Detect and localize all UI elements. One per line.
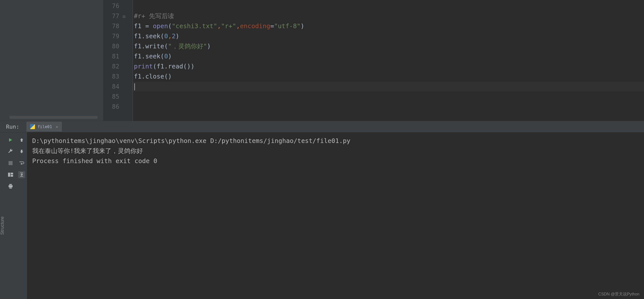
line-number: 76	[103, 1, 127, 11]
line-number: 79	[103, 31, 127, 41]
code-line[interactable]: f1.write("，灵鸽你好")	[133, 41, 644, 51]
run-tab[interactable]: file01 ×	[26, 122, 62, 132]
code-line[interactable]	[133, 102, 644, 112]
watermark: CSDN @景天说Python	[598, 292, 639, 297]
code-line[interactable]: f1.seek(0,2)	[133, 31, 644, 41]
line-number: 85	[103, 92, 127, 102]
console-panel: Structure ookmarks D:	[0, 132, 644, 299]
code-editor[interactable]: 76 77 78 79 80 81 82 83 84 85 86 ⊟ #r+ 先…	[103, 0, 644, 121]
arrow-up-icon[interactable]	[18, 136, 25, 143]
project-panel	[5, 0, 103, 121]
soft-wrap-icon[interactable]	[18, 160, 25, 167]
run-panel-header: Run: file01 ×	[0, 121, 644, 132]
console-toolbar-nav	[16, 132, 27, 299]
line-number: 80	[103, 41, 127, 51]
line-number: 81	[103, 51, 127, 61]
arrow-down-icon[interactable]	[18, 148, 25, 155]
line-number-gutter: 76 77 78 79 80 81 82 83 84 85 86 ⊟	[103, 0, 127, 121]
console-toolbar-actions	[5, 132, 16, 299]
side-tool-labels: Structure ookmarks	[0, 132, 5, 299]
code-line-active[interactable]	[133, 82, 644, 92]
line-number: 84	[103, 82, 127, 92]
svg-marker-0	[9, 138, 12, 142]
structure-label[interactable]: Structure	[0, 216, 5, 235]
horizontal-scrollbar[interactable]	[10, 116, 98, 119]
stop-icon[interactable]	[7, 160, 14, 167]
layout-icon[interactable]	[7, 171, 14, 178]
fold-icon[interactable]: ⊟	[123, 12, 125, 22]
console-output[interactable]: D:\pythonitems\jinghao\venv\Scripts\pyth…	[27, 132, 644, 299]
print-icon[interactable]	[7, 183, 14, 190]
code-line[interactable]: f1 = open("ceshi3.txt","r+",encoding="ut…	[133, 21, 644, 31]
code-content[interactable]: #r+ 先写后读 f1 = open("ceshi3.txt","r+",enc…	[133, 0, 644, 121]
svg-rect-6	[9, 184, 12, 185]
svg-rect-5	[9, 185, 13, 187]
code-line[interactable]	[133, 92, 644, 102]
gutter-divider	[127, 0, 133, 121]
scroll-to-end-icon[interactable]	[18, 171, 25, 178]
console-line: 我在泰山等你!我来了我来了，灵鸽你好	[32, 146, 639, 156]
left-tool-strip	[0, 0, 5, 121]
console-line: D:\pythonitems\jinghao\venv\Scripts\pyth…	[32, 136, 639, 146]
line-number: 82	[103, 61, 127, 71]
svg-rect-2	[8, 173, 10, 177]
run-tab-name: file01	[37, 124, 52, 129]
close-icon[interactable]: ×	[56, 124, 58, 129]
code-line[interactable]	[133, 1, 644, 11]
run-icon[interactable]	[7, 136, 14, 143]
line-number: 86	[103, 102, 127, 112]
code-line[interactable]: #r+ 先写后读	[133, 11, 644, 21]
code-line[interactable]: f1.close()	[133, 71, 644, 82]
python-icon	[30, 124, 35, 129]
code-line[interactable]: print(f1.read())	[133, 61, 644, 71]
line-number: 83	[103, 71, 127, 82]
run-label: Run:	[6, 124, 19, 130]
svg-rect-4	[11, 175, 13, 177]
cursor	[134, 83, 135, 90]
wrench-icon[interactable]	[7, 148, 14, 155]
svg-rect-1	[9, 161, 13, 165]
code-line[interactable]: f1.seek(0)	[133, 51, 644, 61]
svg-rect-7	[9, 188, 12, 189]
svg-rect-3	[11, 173, 13, 174]
line-number: 78	[103, 21, 127, 31]
console-line: Process finished with exit code 0	[32, 156, 639, 166]
